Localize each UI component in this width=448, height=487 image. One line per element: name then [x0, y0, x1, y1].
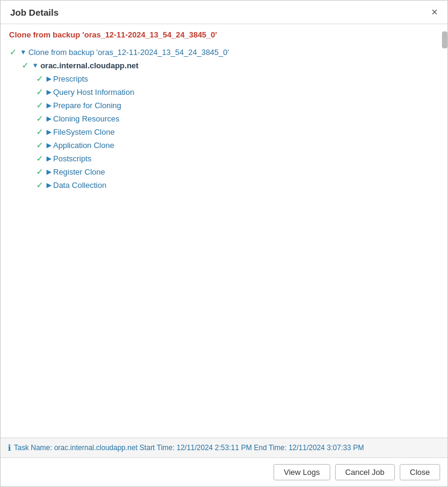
expand-arrow-4[interactable]: ▶: [46, 128, 51, 136]
job-details-dialog: Job Details × Clone from backup 'oras_12…: [0, 0, 448, 487]
check-icon-3: ✓: [33, 114, 46, 123]
tree-item-label-0: Prescripts: [53, 74, 88, 83]
dialog-footer-buttons: View Logs Cancel Job Close: [1, 457, 447, 486]
tree-item-row-4: ✓ ▶ FileSystem Clone: [7, 125, 441, 138]
info-icon: ℹ: [8, 443, 11, 453]
expand-arrow-2[interactable]: ▶: [46, 102, 51, 109]
expand-arrow-host[interactable]: ▼: [32, 62, 39, 69]
footer-info-text: Task Name: orac.internal.cloudapp.net St…: [14, 443, 364, 452]
tree-item-label-7: Register Clone: [53, 167, 105, 176]
check-icon-7: ✓: [33, 167, 46, 176]
footer-info-bar: ℹ Task Name: orac.internal.cloudapp.net …: [1, 437, 447, 457]
view-logs-button[interactable]: View Logs: [274, 464, 330, 480]
tree-root-row: ✓ ▼ Clone from backup 'oras_12-11-2024_1…: [7, 45, 441, 59]
check-icon-4: ✓: [33, 127, 46, 137]
tree-item-label-8: Data Collection: [53, 181, 106, 190]
tree-item-label-5: Application Clone: [53, 141, 114, 150]
close-icon-button[interactable]: ×: [431, 7, 438, 18]
check-icon-8: ✓: [33, 180, 46, 190]
check-icon-6: ✓: [33, 153, 46, 163]
tree-item-row-3: ✓ ▶ Cloning Resources: [7, 112, 441, 125]
tree-item-label-6: Postscripts: [53, 154, 92, 163]
tree-item-label-3: Cloning Resources: [53, 114, 120, 123]
tree-item-label-4: FileSystem Clone: [53, 127, 115, 137]
tree-root-label: Clone from backup 'oras_12-11-2024_13_54…: [28, 48, 229, 57]
expand-arrow-0[interactable]: ▶: [46, 75, 51, 83]
tree-item-row-0: ✓ ▶ Prescripts: [7, 72, 441, 85]
check-icon-host: ✓: [19, 60, 32, 70]
expand-arrow-5[interactable]: ▶: [46, 141, 51, 149]
tree-host-label: orac.internal.cloudapp.net: [40, 61, 139, 70]
close-button[interactable]: Close: [400, 464, 440, 480]
check-icon-5: ✓: [33, 140, 46, 150]
expand-arrow-3[interactable]: ▶: [46, 115, 51, 123]
dialog-title: Job Details: [10, 7, 59, 18]
tree-item-label-1: Query Host Information: [53, 88, 134, 97]
check-icon-root: ✓: [7, 47, 20, 57]
check-icon-1: ✓: [33, 87, 46, 97]
dialog-header: Job Details ×: [1, 1, 447, 24]
expand-arrow-8[interactable]: ▶: [46, 181, 51, 189]
check-icon-2: ✓: [33, 100, 46, 110]
tree-item-row-5: ✓ ▶ Application Clone: [7, 138, 441, 152]
expand-arrow-6[interactable]: ▶: [46, 155, 51, 163]
tree-item-row-1: ✓ ▶ Query Host Information: [7, 85, 441, 98]
tree-item-label-2: Prepare for Cloning: [53, 101, 121, 110]
tree-item-row-2: ✓ ▶ Prepare for Cloning: [7, 98, 441, 112]
expand-arrow-root[interactable]: ▼: [20, 48, 27, 56]
dialog-body: Clone from backup 'oras_12-11-2024_13_54…: [1, 24, 447, 437]
check-icon-0: ✓: [33, 74, 46, 83]
cancel-job-button[interactable]: Cancel Job: [335, 464, 395, 480]
expand-arrow-1[interactable]: ▶: [46, 88, 51, 96]
tree-item-row-6: ✓ ▶ Postscripts: [7, 152, 441, 165]
tree-host-row: ✓ ▼ orac.internal.cloudapp.net: [7, 59, 441, 72]
tree-item-row-7: ✓ ▶ Register Clone: [7, 165, 441, 178]
tree-item-row-8: ✓ ▶ Data Collection: [7, 178, 441, 192]
main-title: Clone from backup 'oras_12-11-2024_13_54…: [7, 30, 441, 39]
expand-arrow-7[interactable]: ▶: [46, 168, 51, 176]
